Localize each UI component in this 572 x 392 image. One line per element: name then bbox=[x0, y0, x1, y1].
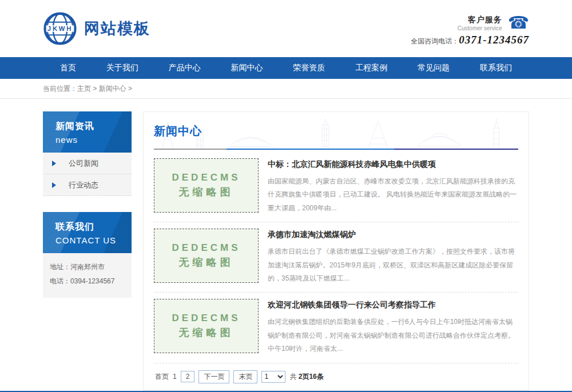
nav-item-faq[interactable]: 常见问题 bbox=[418, 63, 450, 73]
breadcrumb-bar: 当前位置：主页 > 新闻中心 > bbox=[0, 79, 572, 99]
contact-address: 地址：河南郑州市 bbox=[50, 260, 125, 274]
pagination-page-select[interactable]: 1 bbox=[261, 371, 285, 383]
news-title-link[interactable]: 承德市加速淘汰燃煤锅炉 bbox=[268, 230, 518, 240]
globe-logo-icon: JKWH bbox=[43, 11, 77, 46]
hotline-number: 0371-1234567 bbox=[459, 34, 529, 46]
site-logo[interactable]: JKWH 网站模板 bbox=[43, 11, 150, 46]
hotline-label: 全国咨询电话： bbox=[411, 37, 459, 45]
news-excerpt: 承德市日前出台了《承德市燃煤工业锅炉改造工作方案》，按照文件要求，该市将加速淘汰… bbox=[268, 245, 518, 285]
sidebar-item-industry-news[interactable]: 行业动态 bbox=[43, 174, 132, 196]
sidebar-contact-info: 地址：河南郑州市 电话：0394-1234567 bbox=[43, 253, 132, 298]
news-thumbnail[interactable]: DEDECMS 无缩略图 bbox=[154, 158, 259, 213]
pagination-next[interactable]: 下一页 bbox=[198, 370, 229, 383]
thumb-placeholder-line1: DEDECMS bbox=[172, 242, 240, 254]
thumb-placeholder-line2: 无缩略图 bbox=[179, 326, 234, 339]
contact-phone: 电话：0394-1234567 bbox=[50, 274, 125, 289]
sidebar-item-label: 公司新闻 bbox=[64, 158, 98, 169]
nav-item-news[interactable]: 新闻中心 bbox=[231, 63, 263, 73]
pagination: 首页 1 2 下一页 末页 1 共 2页16条 bbox=[154, 363, 518, 383]
thumb-placeholder-line1: DEDECMS bbox=[172, 313, 240, 324]
breadcrumb[interactable]: 当前位置：主页 > 新闻中心 > bbox=[43, 84, 132, 94]
pagination-last[interactable]: 末页 bbox=[233, 370, 257, 383]
page-title: 新闻中心 bbox=[154, 120, 518, 139]
pagination-page-current: 1 bbox=[173, 373, 177, 381]
news-excerpt: 由国家能源局、内蒙古自治区、赤峰市发改委立项，北京汇风新能源科技承接的克什克腾旗… bbox=[268, 175, 518, 215]
thumb-placeholder-line2: 无缩略图 bbox=[179, 255, 234, 269]
sidebar-news-title: 新闻资讯 bbox=[55, 121, 132, 133]
nav-item-cases[interactable]: 工程案例 bbox=[355, 63, 387, 73]
news-title-link[interactable]: 中标：北京汇风新能源科技赤峰风电集中供暖项 bbox=[268, 159, 518, 170]
thumb-placeholder-line2: 无缩略图 bbox=[179, 185, 234, 199]
nav-item-home[interactable]: 首页 bbox=[60, 63, 76, 73]
news-list-item: DEDECMS 无缩略图 承德市加速淘汰燃煤锅炉 承德市日前出台了《承德市燃煤工… bbox=[154, 222, 518, 293]
hotline: 全国咨询电话：0371-1234567 bbox=[411, 34, 529, 46]
sidebar-contact-subtitle: CONTACT US bbox=[55, 235, 132, 245]
news-excerpt: 由河北钢铁集团组织的后勤装备供应处，一行6人与今日上午10时抵达河南省太锅锅炉制… bbox=[268, 315, 518, 355]
main-navigation: 首页 关于我们 产品中心 新闻中心 荣誉资质 工程案例 常见问题 联系我们 bbox=[0, 57, 572, 79]
telephone-icon: ☎ bbox=[508, 14, 529, 31]
sidebar-contact-title: 联系我们 bbox=[55, 221, 132, 233]
customer-service-label-en: Customer service bbox=[458, 25, 502, 31]
nav-item-honors[interactable]: 荣誉资质 bbox=[293, 63, 325, 73]
sidebar-news-header: 新闻资讯 news bbox=[43, 111, 132, 153]
news-panel: 新闻中心 DEDECMS 无缩略图 中标：北京汇风新能源科技赤峰风电集中供暖项 … bbox=[143, 111, 529, 391]
title-divider bbox=[154, 149, 518, 150]
sidebar-item-company-news[interactable]: 公司新闻 bbox=[43, 153, 132, 174]
page-header: JKWH 网站模板 客户服务 Customer service ☎ 全国咨询电话… bbox=[0, 0, 572, 57]
sidebar-contact-header: 联系我们 CONTACT US bbox=[43, 212, 132, 253]
arrow-right-icon bbox=[52, 182, 56, 188]
pagination-first[interactable]: 首页 bbox=[155, 372, 169, 382]
svg-text:JKWH: JKWH bbox=[47, 25, 73, 32]
nav-item-contact[interactable]: 联系我们 bbox=[480, 63, 512, 73]
sidebar-item-label: 行业动态 bbox=[64, 180, 98, 190]
news-thumbnail[interactable]: DEDECMS 无缩略图 bbox=[154, 229, 259, 283]
pagination-page-2[interactable]: 2 bbox=[181, 371, 195, 382]
news-title-link[interactable]: 欢迎河北钢铁集团领导一行来公司考察指导工作 bbox=[268, 300, 518, 310]
site-title: 网站模板 bbox=[84, 18, 150, 39]
pagination-total: 共 2页16条 bbox=[289, 372, 323, 382]
thumb-placeholder-line1: DEDECMS bbox=[172, 172, 240, 183]
nav-item-about[interactable]: 关于我们 bbox=[106, 63, 138, 73]
sidebar: 新闻资讯 news 公司新闻 行业动态 联系我们 CONTACT US 地址：河… bbox=[43, 111, 132, 298]
sidebar-news-subtitle: news bbox=[55, 135, 132, 145]
nav-item-products[interactable]: 产品中心 bbox=[169, 63, 201, 73]
news-list-item: DEDECMS 无缩略图 欢迎河北钢铁集团领导一行来公司考察指导工作 由河北钢铁… bbox=[154, 293, 518, 363]
news-list-item: DEDECMS 无缩略图 中标：北京汇风新能源科技赤峰风电集中供暖项 由国家能源… bbox=[154, 152, 518, 222]
customer-service-label: 客户服务 bbox=[458, 15, 502, 25]
arrow-right-icon bbox=[52, 161, 56, 166]
news-thumbnail[interactable]: DEDECMS 无缩略图 bbox=[154, 299, 259, 353]
